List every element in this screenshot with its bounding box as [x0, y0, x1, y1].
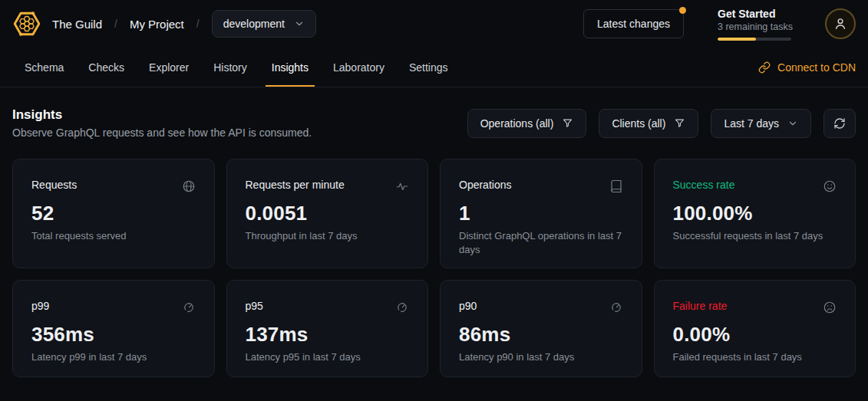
stat-card-header: Failure rate	[673, 300, 837, 314]
gauge-icon	[182, 301, 196, 314]
stat-card-description: Failed requests in last 7 days	[673, 350, 837, 364]
stat-card-header: p90	[459, 300, 623, 314]
get-started-progress-bar	[718, 38, 791, 41]
stat-card-title: Success rate	[673, 179, 735, 191]
stat-card-title: Failure rate	[673, 300, 728, 312]
section-header: Insights Observe GraphQL requests and se…	[12, 107, 856, 139]
nav-tabs: SchemaChecksExplorerHistoryInsightsLabor…	[12, 48, 460, 87]
stat-card-description: Total requests served	[31, 229, 196, 243]
guild-hive-logo-icon[interactable]	[12, 9, 41, 38]
stat-card-p99: p99356msLatency p99 in last 7 days	[12, 280, 215, 377]
tab-insights[interactable]: Insights	[266, 48, 315, 87]
section-title-block: Insights Observe GraphQL requests and se…	[12, 107, 312, 139]
tab-explorer[interactable]: Explorer	[143, 48, 195, 87]
get-started-progress-fill	[718, 38, 756, 41]
activity-icon	[395, 179, 409, 193]
refresh-icon	[833, 117, 846, 130]
frown-icon	[823, 301, 837, 314]
tab-history[interactable]: History	[207, 48, 253, 87]
stat-card-header: Requests per minute	[246, 179, 410, 193]
tab-laboratory[interactable]: Laboratory	[327, 48, 391, 87]
stat-card-header: p95	[246, 300, 410, 314]
tab-schema[interactable]: Schema	[18, 48, 70, 87]
gauge-icon	[609, 301, 623, 314]
connect-to-cdn-link[interactable]: Connect to CDN	[758, 48, 856, 87]
get-started-widget[interactable]: Get Started 3 remaining tasks	[718, 8, 791, 41]
operations-filter-label: Operations (all)	[480, 117, 554, 130]
stat-card-header: Requests	[31, 179, 196, 193]
stat-card-description: Distinct GraphQL operations in last 7 da…	[459, 229, 623, 256]
clients-filter-button[interactable]: Clients (all)	[599, 109, 698, 138]
breadcrumb-separator: /	[196, 18, 200, 30]
stat-card-description: Latency p95 in last 7 days	[246, 350, 410, 364]
globe-icon	[182, 179, 196, 193]
target-select-value: development	[223, 18, 285, 30]
get-started-title: Get Started	[718, 8, 791, 20]
stat-card-p95: p95137msLatency p95 in last 7 days	[226, 280, 429, 377]
stat-card-success-rate: Success rate100.00%Successful requests i…	[654, 159, 856, 268]
stat-card-p90: p9086msLatency p90 in last 7 days	[440, 280, 642, 377]
stat-card-header: Success rate	[673, 179, 837, 193]
stat-card-value: 137ms	[246, 323, 410, 347]
smile-icon	[823, 179, 837, 193]
stat-card-description: Latency p90 in last 7 days	[459, 350, 623, 364]
page-title: Insights	[12, 107, 312, 123]
filter-funnel-icon	[674, 117, 685, 129]
filter-bar: Operations (all) Clients (all) Last 7 da…	[467, 109, 856, 138]
stat-card-title: Requests per minute	[246, 179, 345, 191]
stat-card-title: p99	[31, 300, 49, 312]
breadcrumb: The Guild / My Project / development	[52, 10, 316, 38]
stat-card-header: Operations	[459, 179, 623, 193]
breadcrumb-project[interactable]: My Project	[130, 18, 184, 31]
chevron-down-icon	[294, 18, 305, 29]
connect-to-cdn-label: Connect to CDN	[777, 61, 856, 74]
stat-card-description: Throughput in last 7 days	[246, 229, 410, 243]
breadcrumb-separator: /	[114, 18, 117, 30]
stat-card-description: Latency p99 in last 7 days	[31, 350, 196, 364]
filter-funnel-icon	[562, 117, 573, 129]
stat-card-requests-per-minute: Requests per minute0.0051Throughput in l…	[226, 159, 429, 268]
stat-card-value: 1	[459, 202, 623, 225]
date-range-select[interactable]: Last 7 days	[711, 109, 811, 138]
clients-filter-label: Clients (all)	[612, 117, 665, 130]
stat-card-description: Successful requests in last 7 days	[673, 229, 837, 243]
target-select[interactable]: development	[212, 10, 316, 38]
stat-card-title: Operations	[459, 179, 511, 191]
link-icon	[758, 61, 771, 74]
stat-card-failure-rate: Failure rate0.00%Failed requests in last…	[654, 280, 856, 377]
stat-card-title: Requests	[31, 179, 77, 191]
tab-settings[interactable]: Settings	[403, 48, 454, 87]
chevron-down-icon	[787, 118, 798, 129]
stat-card-value: 100.00%	[673, 202, 837, 225]
refresh-button[interactable]	[823, 109, 856, 138]
stats-grid: Requests52Total requests servedRequests …	[12, 159, 856, 377]
tab-checks[interactable]: Checks	[82, 48, 130, 87]
notification-dot	[679, 7, 686, 14]
book-icon	[609, 179, 623, 193]
stat-card-title: p95	[246, 300, 263, 312]
stat-card-value: 0.0051	[246, 202, 410, 225]
operations-filter-button[interactable]: Operations (all)	[467, 109, 587, 138]
stat-card-header: p99	[31, 300, 196, 314]
main-nav: SchemaChecksExplorerHistoryInsightsLabor…	[0, 48, 868, 87]
page-subtitle: Observe GraphQL requests and see how the…	[12, 127, 312, 139]
app-header: The Guild / My Project / development Lat…	[0, 0, 868, 48]
insights-page: Insights Observe GraphQL requests and se…	[0, 87, 868, 389]
stat-card-value: 52	[31, 202, 196, 225]
stat-card-requests: Requests52Total requests served	[12, 159, 215, 268]
breadcrumb-org[interactable]: The Guild	[52, 18, 102, 31]
latest-changes-button[interactable]: Latest changes	[583, 9, 684, 38]
stat-card-value: 86ms	[459, 323, 623, 347]
get-started-subtitle: 3 remaining tasks	[718, 21, 791, 32]
user-avatar[interactable]	[825, 8, 856, 39]
header-right: Latest changes Get Started 3 remaining t…	[583, 8, 856, 41]
stat-card-value: 356ms	[31, 323, 196, 347]
person-icon	[833, 16, 848, 31]
stat-card-operations: Operations1Distinct GraphQL operations i…	[440, 159, 642, 268]
date-range-value: Last 7 days	[724, 117, 779, 130]
gauge-icon	[395, 301, 409, 314]
latest-changes-label: Latest changes	[597, 18, 670, 30]
stat-card-title: p90	[459, 300, 477, 312]
stat-card-value: 0.00%	[673, 323, 837, 347]
